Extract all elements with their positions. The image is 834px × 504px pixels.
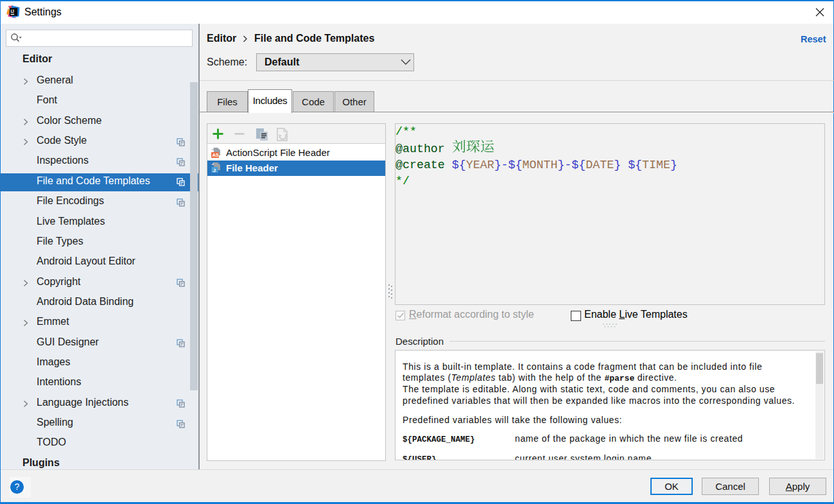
svg-text:IJ: IJ [10, 9, 14, 13]
svg-text:AS: AS [212, 152, 218, 158]
svg-text:J: J [213, 168, 216, 173]
